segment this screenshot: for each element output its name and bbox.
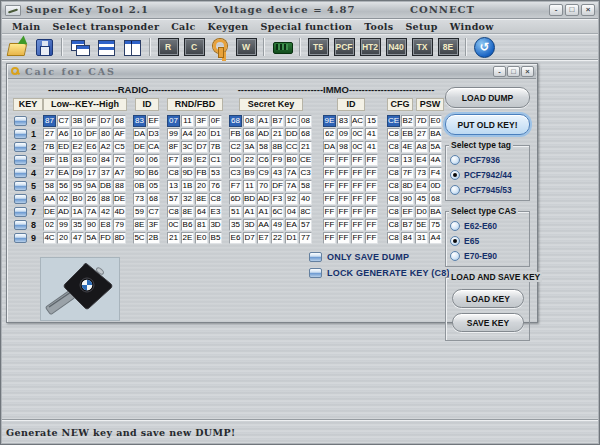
hex-cell[interactable]: 57 xyxy=(299,219,312,231)
hex-cell[interactable]: 83 xyxy=(133,115,146,127)
hex-cell[interactable]: FF xyxy=(365,154,378,166)
hex-cell[interactable]: C8 xyxy=(387,219,400,231)
menu-select-transponder[interactable]: Select transponder xyxy=(47,20,164,33)
hex-cell[interactable]: 0C xyxy=(167,219,180,231)
hex-cell[interactable]: 20 xyxy=(57,232,70,244)
hex-cell[interactable]: 45 xyxy=(415,193,428,205)
hex-cell[interactable]: 31 xyxy=(415,232,428,244)
hex-cell[interactable]: 8D xyxy=(401,180,414,192)
hex-cell[interactable]: 21 xyxy=(167,232,180,244)
hex-cell[interactable]: 83 xyxy=(71,154,84,166)
hex-cell[interactable]: E8 xyxy=(99,219,112,231)
hex-cell[interactable]: 7B xyxy=(43,141,56,153)
hex-cell[interactable]: FF xyxy=(337,180,350,192)
hex-cell[interactable]: 7A xyxy=(85,206,98,218)
hex-cell[interactable]: 42 xyxy=(99,206,112,218)
hex-cell[interactable]: 21 xyxy=(271,128,284,140)
hex-cell[interactable]: 27 xyxy=(43,128,56,140)
checkbox-lock-generate-key-c8[interactable]: LOCK GENERATE KEY (C8) xyxy=(309,265,450,281)
hex-cell[interactable]: 8E xyxy=(133,219,146,231)
calc-minimize-button[interactable]: - xyxy=(493,66,506,77)
hex-cell[interactable]: 7C xyxy=(113,154,126,166)
hex-cell[interactable]: 5A xyxy=(85,232,98,244)
hex-cell[interactable]: 80 xyxy=(99,128,112,140)
hex-cell[interactable]: 6C xyxy=(271,206,284,218)
hex-cell[interactable]: F7 xyxy=(229,180,242,192)
hex-cell[interactable]: 59 xyxy=(133,206,146,218)
hex-cell[interactable]: 22 xyxy=(271,232,284,244)
hex-cell[interactable]: 08 xyxy=(243,115,256,127)
hex-cell[interactable]: 58 xyxy=(43,180,56,192)
hex-cell[interactable]: 90 xyxy=(401,193,414,205)
hex-cell[interactable]: 2E xyxy=(181,232,194,244)
hex-cell[interactable]: 41 xyxy=(365,128,378,140)
close-button[interactable]: × xyxy=(581,4,595,16)
hex-cell[interactable]: 98 xyxy=(337,141,350,153)
tx-button[interactable]: TX xyxy=(410,36,434,58)
hex-cell[interactable]: D7 xyxy=(195,141,208,153)
radio-pcf7945-53[interactable]: PCF7945/53 xyxy=(450,182,525,197)
hex-cell[interactable]: 26 xyxy=(85,193,98,205)
hex-cell[interactable]: 0F xyxy=(209,115,222,127)
minimize-button[interactable]: - xyxy=(549,4,563,16)
hex-cell[interactable]: E2 xyxy=(195,154,208,166)
hex-cell[interactable]: C8 xyxy=(387,232,400,244)
hex-cell[interactable]: BA xyxy=(429,128,442,140)
hex-cell[interactable]: 9A xyxy=(85,180,98,192)
hex-cell[interactable]: DF xyxy=(85,128,98,140)
hex-cell[interactable]: C8 xyxy=(387,128,400,140)
hex-cell[interactable]: FF xyxy=(323,193,336,205)
hex-cell[interactable]: 05 xyxy=(147,180,160,192)
hex-cell[interactable]: 3D xyxy=(243,219,256,231)
hex-cell[interactable]: FF xyxy=(323,206,336,218)
hex-cell[interactable]: 11 xyxy=(243,180,256,192)
hex-cell[interactable]: 1C xyxy=(285,115,298,127)
hex-cell[interactable]: 04 xyxy=(285,206,298,218)
hex-cell[interactable]: C9 xyxy=(257,167,270,179)
hex-cell[interactable]: E7 xyxy=(257,232,270,244)
hex-cell[interactable]: FF xyxy=(351,154,364,166)
hex-cell[interactable]: E0 xyxy=(195,232,208,244)
hex-cell[interactable]: D3 xyxy=(147,128,160,140)
menu-special-function[interactable]: Special function xyxy=(256,20,358,33)
hex-cell[interactable]: C7 xyxy=(57,115,70,127)
hex-cell[interactable]: FF xyxy=(337,206,350,218)
hex-cell[interactable]: 68 xyxy=(229,115,242,127)
calc-window-titlebar[interactable]: Calc for CAS - □ × xyxy=(8,65,536,79)
open-button[interactable] xyxy=(6,36,30,58)
hex-cell[interactable]: 58 xyxy=(257,141,270,153)
menu-tools[interactable]: Tools xyxy=(359,20,398,33)
hex-cell[interactable]: DE xyxy=(113,193,126,205)
hex-cell[interactable]: FF xyxy=(323,180,336,192)
hex-cell[interactable]: A4 xyxy=(429,232,442,244)
load-key-button[interactable]: LOAD KEY xyxy=(452,289,524,308)
hex-cell[interactable]: D0 xyxy=(229,154,242,166)
hex-cell[interactable]: 70 xyxy=(257,180,270,192)
hex-cell[interactable]: 7A xyxy=(285,180,298,192)
hex-cell[interactable]: FF xyxy=(351,206,364,218)
hex-cell[interactable]: 92 xyxy=(285,193,298,205)
hex-cell[interactable]: 88 xyxy=(99,193,112,205)
hex-cell[interactable]: 40 xyxy=(299,193,312,205)
hex-cell[interactable]: 15 xyxy=(365,115,378,127)
hex-cell[interactable]: EF xyxy=(147,115,160,127)
hex-cell[interactable]: E3 xyxy=(209,206,222,218)
hex-cell[interactable]: FF xyxy=(365,206,378,218)
hex-cell[interactable]: 3A xyxy=(243,141,256,153)
hex-cell[interactable]: 7A xyxy=(285,167,298,179)
hex-cell[interactable]: BD xyxy=(243,193,256,205)
hex-cell[interactable]: C1 xyxy=(209,154,222,166)
hex-cell[interactable]: 62 xyxy=(323,128,336,140)
hex-cell[interactable]: D1 xyxy=(285,232,298,244)
hex-cell[interactable]: 68 xyxy=(243,128,256,140)
hex-cell[interactable]: E4 xyxy=(415,180,428,192)
hex-cell[interactable]: D0 xyxy=(415,206,428,218)
checkbox-only-save-dump[interactable]: ONLY SAVE DUMP xyxy=(309,249,450,265)
hex-cell[interactable]: FF xyxy=(337,167,350,179)
hex-cell[interactable]: FF xyxy=(365,219,378,231)
hex-cell[interactable]: A6 xyxy=(57,128,70,140)
hex-cell[interactable]: 6D xyxy=(229,193,242,205)
hex-cell[interactable]: 41 xyxy=(365,141,378,153)
hex-cell[interactable]: 84 xyxy=(99,154,112,166)
hex-cell[interactable]: DB xyxy=(99,180,112,192)
